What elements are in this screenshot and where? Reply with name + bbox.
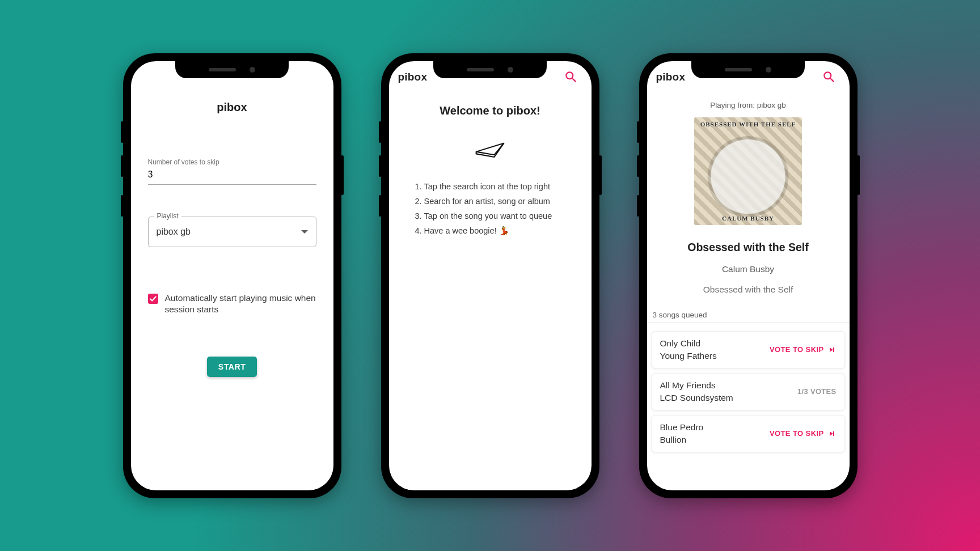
album-art: OBSESSED WITH THE SELF CALUM BUSBY <box>694 117 802 225</box>
vote-label: VOTE TO SKIP <box>770 429 824 438</box>
phone-now-playing: pibox Playing from: pibox gb OBSESSED WI… <box>639 53 858 498</box>
queue-item: Blue PedroBullionVOTE TO SKIP <box>652 415 845 452</box>
playlist-select[interactable]: Playlist pibox gb <box>148 217 316 247</box>
votes-label: Number of votes to skip <box>148 158 316 166</box>
playlist-label: Playlist <box>154 212 181 220</box>
welcome-step: Tap the search icon at the top right <box>424 182 571 191</box>
vote-to-skip-button[interactable]: VOTE TO SKIP <box>770 429 837 438</box>
phone-notch <box>433 61 547 78</box>
vote-count-label: 1/3 VOTES <box>797 387 836 396</box>
skip-next-icon <box>827 345 837 354</box>
autoplay-label: Automatically start playing music when s… <box>165 293 316 316</box>
welcome-step: Search for an artist, song or album <box>424 197 571 206</box>
search-button[interactable] <box>818 66 840 88</box>
chevron-down-icon <box>301 230 308 234</box>
queue-song: Blue Pedro <box>660 422 704 433</box>
welcome-title: Welcome to pibox! <box>409 104 571 117</box>
track-artist: Calum Busby <box>647 264 850 274</box>
screen: pibox Welcome to pibox! Tap the search i… <box>389 61 592 490</box>
phone-notch <box>691 61 805 78</box>
album-art-bottom-text: CALUM BUSBY <box>694 215 802 222</box>
brand: pibox <box>656 71 686 83</box>
page-title: pibox <box>148 101 316 114</box>
search-button[interactable] <box>560 66 582 88</box>
start-button[interactable]: START <box>207 357 257 377</box>
votes-input[interactable] <box>148 166 316 185</box>
phone-welcome: pibox Welcome to pibox! Tap the search i… <box>381 53 599 498</box>
phone-settings: pibox Number of votes to skip Playlist p… <box>123 53 341 498</box>
album-art-top-text: OBSESSED WITH THE SELF <box>694 121 802 128</box>
autoplay-toggle[interactable]: Automatically start playing music when s… <box>148 293 316 316</box>
search-icon <box>564 70 578 84</box>
votes-field[interactable]: Number of votes to skip <box>148 158 316 185</box>
queue-item: All My FriendsLCD Soundsystem1/3 VOTES <box>652 373 845 410</box>
track-title: Obsessed with the Self <box>647 241 850 254</box>
queue-list: Only ChildYoung FathersVOTE TO SKIPAll M… <box>647 323 850 490</box>
queue-count-label: 3 songs queued <box>647 311 850 319</box>
queue-artist: Young Fathers <box>660 351 717 361</box>
pie-icon <box>409 134 571 165</box>
phone-notch <box>175 61 289 78</box>
screen: pibox Number of votes to skip Playlist p… <box>131 61 333 490</box>
welcome-step: Have a wee boogie! 💃 <box>424 226 571 236</box>
track-album: Obsessed with the Self <box>647 285 850 295</box>
queue-artist: Bullion <box>660 435 704 445</box>
skip-next-icon <box>827 429 837 438</box>
playing-from-label: Playing from: pibox gb <box>647 101 850 109</box>
search-icon <box>822 70 837 84</box>
vote-to-skip-button[interactable]: VOTE TO SKIP <box>770 345 837 354</box>
vote-label: VOTE TO SKIP <box>770 345 824 354</box>
welcome-step: Tap on the song you want to queue <box>424 211 571 221</box>
playlist-selected: pibox gb <box>157 227 191 237</box>
screen: pibox Playing from: pibox gb OBSESSED WI… <box>647 61 850 490</box>
checkbox-checked-icon <box>148 294 158 304</box>
queue-artist: LCD Soundsystem <box>660 393 733 403</box>
brand: pibox <box>398 71 428 83</box>
queue-item: Only ChildYoung FathersVOTE TO SKIP <box>652 331 845 368</box>
welcome-steps: Tap the search icon at the top rightSear… <box>409 182 571 236</box>
queue-song: Only Child <box>660 338 717 349</box>
queue-song: All My Friends <box>660 380 733 391</box>
